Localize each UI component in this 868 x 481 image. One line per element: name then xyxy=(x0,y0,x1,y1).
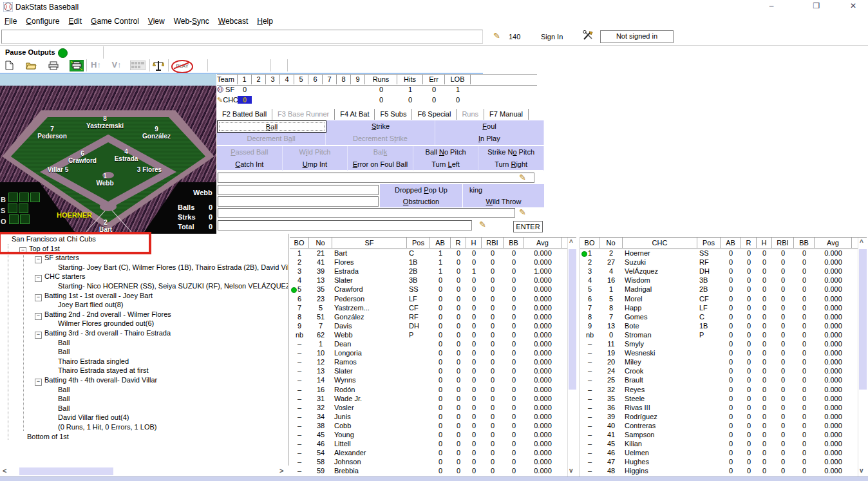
command-input[interactable] xyxy=(1,30,483,44)
roster-scrollbar[interactable]: ^v xyxy=(858,238,867,477)
roster-row[interactable]: –25Brault000000.000 xyxy=(580,376,852,385)
tree-item[interactable]: −Batting 4th - 4th overall- David Villar xyxy=(35,376,157,385)
scroll-left-arrow[interactable]: < xyxy=(3,467,6,475)
tree-item[interactable]: Ball xyxy=(58,348,70,357)
menu-web-sync[interactable]: Web-Sync xyxy=(169,14,214,26)
tree-item[interactable]: Ball xyxy=(58,404,70,413)
print-active-icon[interactable] xyxy=(70,60,84,71)
h-up-icon[interactable]: H↑ xyxy=(89,60,103,71)
roster-row[interactable]: 416Wisdom3B000000.000 xyxy=(580,276,852,285)
roster-row[interactable]: –19Wesneski000000.000 xyxy=(580,349,852,358)
tree-item[interactable]: −SF starters xyxy=(35,254,79,263)
obstruction-button[interactable]: Obstruction xyxy=(380,196,462,207)
button-error-on-foul-ball[interactable]: Error on Foul Ball xyxy=(348,158,413,171)
tree-item[interactable]: Ball xyxy=(58,339,70,348)
dropped-pop-up-button[interactable]: Dropped Pop Up xyxy=(380,184,462,196)
tree-item[interactable]: −Batting 1st - 1st overall - Joey Bart xyxy=(35,292,153,301)
roster-row[interactable]: –39Rodríguez000000.000 xyxy=(580,413,852,422)
roster-row[interactable]: –36Rivas III000000.000 xyxy=(580,404,852,413)
roster-row[interactable]: 12HoernerSS000000.000 xyxy=(580,249,852,258)
menu-webcast[interactable]: Webcast xyxy=(214,14,252,26)
tree-item[interactable]: Ball xyxy=(58,395,70,404)
enter-button[interactable]: ENTER xyxy=(513,221,543,232)
tree-item[interactable]: Joey Bart flied out(8) xyxy=(58,301,124,310)
tree-expand-box[interactable]: − xyxy=(35,275,42,282)
print-icon[interactable] xyxy=(48,61,59,70)
v-up-icon[interactable]: V↑ xyxy=(109,60,124,71)
tree-expand-box[interactable]: − xyxy=(35,379,42,386)
roster-row[interactable]: –35Steele000000.000 xyxy=(580,395,852,404)
roster-row[interactable]: –12Ramos000000.000 xyxy=(290,358,561,367)
roster-row[interactable]: –1Dean000000.000 xyxy=(290,340,561,349)
menu-help[interactable]: Help xyxy=(252,14,278,26)
tree-expand-box[interactable]: − xyxy=(35,313,42,320)
roster-row[interactable]: –59Brebbia000000.000 xyxy=(290,467,561,476)
roster-row[interactable]: –46Uelmen000000.000 xyxy=(580,449,852,458)
tree-item[interactable]: Thairo Estrada stayed at first xyxy=(58,366,149,375)
menu-configure[interactable]: Configure xyxy=(21,14,64,26)
scroll-down-arrow[interactable]: v xyxy=(569,467,573,474)
play-text-field-2[interactable] xyxy=(218,185,379,195)
scroll-down-arrow[interactable]: v xyxy=(860,467,863,474)
roster-row[interactable]: –10Longoria000000.000 xyxy=(290,349,561,358)
roster-row[interactable]: –58Johnson000000.000 xyxy=(290,458,561,467)
wild-throw-button[interactable]: Wild Throw xyxy=(463,196,544,207)
tab-f2-batted-ball[interactable]: F2 Batted Ball xyxy=(217,109,272,120)
tree-item[interactable]: Bottom of 1st xyxy=(27,433,69,442)
play-text-field-3[interactable] xyxy=(218,196,379,207)
tree-item[interactable]: −CHC starters xyxy=(35,272,86,281)
menu-edit[interactable]: Edit xyxy=(64,14,86,26)
tree-expand-box[interactable]: − xyxy=(35,294,42,301)
roster-row[interactable]: 535CrawfordSS000000.000 xyxy=(290,285,561,294)
roster-row[interactable]: –41Sampson000000.000 xyxy=(580,431,852,440)
new-document-icon[interactable] xyxy=(5,61,14,70)
roster-row[interactable]: 65MorelCF000000.000 xyxy=(580,295,852,304)
tree-item[interactable]: David Villar flied out(4) xyxy=(58,413,129,422)
button-foul[interactable]: Foul xyxy=(435,120,544,133)
play-text-field-1[interactable] xyxy=(218,173,534,183)
menu-view[interactable]: View xyxy=(144,14,169,26)
roster-row[interactable]: 913Bote1B000000.000 xyxy=(580,322,852,331)
close-button[interactable]: ✕ xyxy=(840,1,866,12)
roster-row[interactable]: –31Wade Jr.000000.000 xyxy=(290,395,561,404)
roster-row[interactable]: –45Kilian000000.000 xyxy=(580,440,852,449)
roster-row[interactable]: 339Estrada2B101001.000 xyxy=(290,267,561,276)
roster-row[interactable]: nb62WebbP000000.000 xyxy=(290,331,561,340)
tree-item[interactable]: (0 Runs, 1 Hit, 0 Errors, 1 LOB) xyxy=(58,423,156,432)
roster-row[interactable]: 121BartC100000.000 xyxy=(290,249,561,258)
roster-row[interactable]: –38Cobb000000.000 xyxy=(290,422,561,431)
tree-expand-box[interactable]: − xyxy=(35,332,42,339)
roster-row[interactable]: 241Flores1B100000.000 xyxy=(290,258,561,267)
scales-icon[interactable] xyxy=(153,60,164,71)
roster-row[interactable]: –32Vosler000000.000 xyxy=(290,404,561,413)
roster-row[interactable]: –40Contreras000000.000 xyxy=(580,422,852,431)
tree-item[interactable]: Thairo Estrada singled xyxy=(58,357,129,366)
roster-row[interactable]: nb0StromanP000000.000 xyxy=(580,331,852,340)
button-in-play[interactable]: In Play xyxy=(435,133,544,145)
tree-item[interactable]: Starting- Joey Bart (C), Wilmer Flores (… xyxy=(58,263,288,272)
roster-row[interactable]: –47Hughes000000.000 xyxy=(580,458,852,467)
roster-row[interactable]: 75Yastrzem...CF000000.000 xyxy=(290,304,561,313)
tab-f4-at-bat[interactable]: F4 At Bat xyxy=(335,109,375,120)
tree-scroll-thumb[interactable] xyxy=(19,467,113,475)
tab-f7-manual[interactable]: F7 Manual xyxy=(484,109,529,120)
roster-row[interactable]: –54Alexander000000.000 xyxy=(290,449,561,458)
scroll-right-arrow[interactable]: > xyxy=(279,467,283,475)
tree-item[interactable]: −Batting 2nd - 2nd overall - Wilmer Flor… xyxy=(35,310,171,319)
roster-row[interactable]: 51Madrigal2B000000.000 xyxy=(580,285,852,294)
tree-item[interactable]: −Batting 3rd - 3rd overall - Thairo Estr… xyxy=(35,329,171,338)
minimize-button[interactable]: – xyxy=(759,1,784,12)
roster-row[interactable]: –13Slater000000.000 xyxy=(290,367,561,376)
scroll-up-arrow[interactable]: ^ xyxy=(569,239,573,246)
roster-row[interactable]: 413Slater3B000000.000 xyxy=(290,276,561,285)
menu-game-control[interactable]: Game Control xyxy=(86,14,144,26)
tree-item[interactable]: Wilmer Flores grounded out(6) xyxy=(58,319,154,328)
no-play-icon[interactable]: PLAY xyxy=(171,60,193,73)
roster-scroll-thumb[interactable] xyxy=(569,249,576,390)
button-strike-no-pitch[interactable]: Strike No Pitch xyxy=(478,146,544,158)
scroll-up-arrow[interactable]: ^ xyxy=(860,239,863,246)
roster-row[interactable]: –24Crook000000.000 xyxy=(580,367,852,376)
button-turn-right[interactable]: Turn Right xyxy=(478,158,544,171)
tab-f5-subs[interactable]: F5 Subs xyxy=(375,109,412,120)
tree-item[interactable]: Starting- Nico HOERNER (SS), Seiya SUZUK… xyxy=(58,282,288,291)
